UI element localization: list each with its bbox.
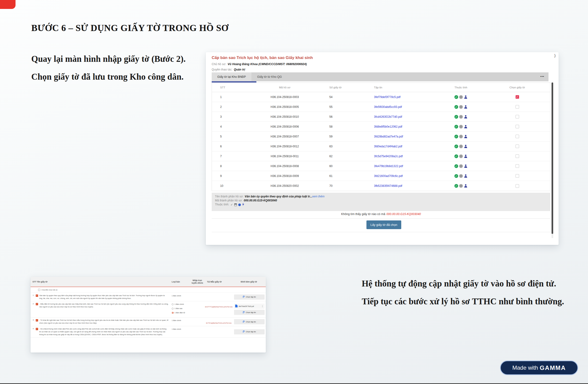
cell-chon-giay-to xyxy=(484,135,550,138)
file-link[interactable]: 3fe479b19b8d1322.pdf xyxy=(374,165,403,168)
paperclip-icon xyxy=(243,321,245,323)
radio-button[interactable] xyxy=(172,312,174,314)
verified-icon xyxy=(454,115,458,119)
row-checkbox[interactable] xyxy=(36,319,38,322)
globe-icon xyxy=(459,164,463,168)
file-link[interactable]: 3fd8e8f5b0e12062.pdf xyxy=(374,125,402,128)
cell-dinh-kem: Chọn tập tin xyxy=(233,319,266,325)
component-name-label: Tên thành phần hồ sơ: xyxy=(215,195,243,198)
form-template-link[interactable]: 18.DTTTCapBanSaoTrichLucHoTich.doc xyxy=(205,306,233,308)
cell-ten-giay-to: Văn bản ủy quyền theo quy định của pháp … xyxy=(36,294,172,300)
copy-type-label: 1 Bản chính xyxy=(172,328,181,330)
row-checkbox[interactable] xyxy=(516,154,519,158)
radio-button[interactable] xyxy=(172,303,174,305)
form-table-row: 2- Mẫu điện tử tương tác yêu cầu cấp bản… xyxy=(31,301,266,318)
row-checkbox[interactable] xyxy=(516,164,519,168)
file-name: 3fef79def3f778c5.pdf xyxy=(238,306,260,307)
globe-icon xyxy=(238,204,241,206)
col-so-giay-to: Số giấy tờ xyxy=(329,86,374,89)
row-checkbox[interactable] xyxy=(516,174,519,178)
col-tap-tin: Tập tin xyxy=(374,86,438,89)
file-link[interactable]: 3fb523835f474688.pdf xyxy=(374,184,402,188)
globe-icon xyxy=(459,115,463,119)
cell-tai-mau: 18.DTTTCapBanSaoTrichLucHoTich.doc xyxy=(205,303,233,316)
cell-tap-tin: 3fb523835f474688.pdf xyxy=(374,184,438,188)
row-checkbox[interactable] xyxy=(516,105,519,109)
get-selected-documents-button[interactable]: Lấy giấy tờ đã chọn xyxy=(366,220,401,229)
file-link[interactable]: 3fcd4263f22b77d0.pdf xyxy=(374,115,402,118)
cell-tap-tin: 3fd21600ad709c6c.pdf xyxy=(374,174,438,178)
cell-so-giay-to: 54 xyxy=(329,96,374,99)
select-all-row: Chọn/Bỏ chọn tất cả xyxy=(31,287,266,293)
person-icon xyxy=(464,115,468,119)
more-menu-icon[interactable]: ••• xyxy=(540,72,548,81)
cell-tai-mau xyxy=(205,294,233,300)
row-checkbox[interactable] xyxy=(516,135,519,138)
col-loai-ban: Loại bản xyxy=(172,281,190,283)
file-link[interactable]: 3fc5d75e94208a2c.pdf xyxy=(374,155,403,158)
right-text-block: Hệ thống tự động cập nhật giấy tờ vào hồ… xyxy=(362,278,569,308)
cell-chon-giay-to xyxy=(484,154,550,158)
col-chon-giay-to: Chọn giấy tờ xyxy=(484,86,550,89)
calendar-icon xyxy=(234,204,237,206)
divider xyxy=(212,232,550,232)
tab-kho-qg[interactable]: Giấy tờ từ Kho QG xyxy=(252,72,287,81)
paperclip-icon xyxy=(243,296,245,298)
form-template-link[interactable]: 18.TKCapBanSaoTrichLucHoTich.doc xyxy=(206,322,232,324)
chevron-right-icon[interactable]: ⟩ xyxy=(554,53,556,58)
cell-stt: 2 xyxy=(31,303,36,316)
paperclip-icon xyxy=(243,311,245,314)
slide: BƯỚC 6 – SỬ DỤNG GIẤY TỜ TRONG HỒ SƠ Qua… xyxy=(0,0,588,384)
cell-ten-giay-to: - Tờ khai đề nghị bản sao Trích lục hộ t… xyxy=(36,319,172,325)
form-table-row: 3- Tờ khai đề nghị bản sao Trích lục hộ … xyxy=(31,318,266,326)
row-checkbox[interactable] xyxy=(516,115,519,118)
flash-icon xyxy=(242,203,244,207)
cell-loai-ban: 1 Bản chính1 Bản sao1 Bản điện tử xyxy=(172,303,205,316)
cell-chon-giay-to xyxy=(484,145,550,148)
made-with-gamma-badge[interactable]: Made with GAMMA xyxy=(500,361,578,375)
choose-file-button[interactable]: Chọn tập tin xyxy=(234,319,265,324)
file-link[interactable]: 3fe5f830abd5cc93.pdf xyxy=(374,105,402,109)
cell-so-giay-to: 62 xyxy=(329,155,374,158)
row-checkbox[interactable] xyxy=(36,303,38,305)
cell-ma-ho-so: H36.104-250818-0009 xyxy=(240,174,329,178)
main-screenshot: Cấp bản sao Trích lục hộ tịch, bản sao G… xyxy=(206,52,559,245)
badge-prefix: Made with xyxy=(512,365,538,371)
see-more-link[interactable]: xem thêm xyxy=(312,195,325,198)
row-checkbox[interactable] xyxy=(36,328,38,330)
radio-button[interactable] xyxy=(172,308,174,309)
cell-loai-ban: 1 Bản chính xyxy=(172,319,205,325)
permission-row: Quyền thao tác:Quản trị xyxy=(212,68,245,71)
table-header-row: STT Mã hồ sơ Số giấy tờ Tập tin Thuộc tí… xyxy=(212,83,550,92)
attached-file-chip: 3fef79def3f778c5.pdf⋮ xyxy=(234,304,265,309)
choose-file-button[interactable]: Chọn tập tin xyxy=(234,310,265,315)
select-all-label: Chọn/Bỏ chọn tất cả xyxy=(42,289,57,291)
row-checkbox[interactable] xyxy=(516,95,519,99)
select-all-checkbox[interactable] xyxy=(38,289,40,291)
file-link[interactable]: 3fd0eda17d4f4ab2.pdf xyxy=(374,145,402,148)
file-link[interactable]: 3fd28bd82ad7e47a.pdf xyxy=(374,135,403,138)
person-icon xyxy=(464,125,468,129)
cell-chon-giay-to xyxy=(484,125,550,128)
file-link[interactable]: 3fef79def3f778c5.pdf xyxy=(374,96,400,99)
choose-file-button[interactable]: Chọn tập tin xyxy=(234,329,265,334)
col-ma-ho-so: Mã hồ sơ xyxy=(240,86,329,89)
tab-kho-bndp[interactable]: Giấy tờ tại Kho BNĐP xyxy=(212,72,252,81)
row-checkbox[interactable] xyxy=(36,294,38,297)
row-checkbox[interactable] xyxy=(516,184,519,188)
kebab-menu-icon[interactable]: ⋮ xyxy=(261,305,263,307)
cell-so-giay-to: 59 xyxy=(329,135,374,138)
scrollbar-thumb[interactable] xyxy=(551,82,553,234)
col-tai-mau: Tải Mẫu giấy tờ xyxy=(205,281,232,283)
cell-ma-ho-so: H36.104-250818-0005 xyxy=(240,105,329,109)
main-table-body: 1H36.104-250818-0003543fef79def3f778c5.p… xyxy=(212,92,550,191)
row-checkbox[interactable] xyxy=(516,125,519,128)
verified-icon xyxy=(454,135,458,138)
row-checkbox[interactable] xyxy=(516,145,519,148)
file-link[interactable]: 3fd21600ad709c6c.pdf xyxy=(374,174,403,178)
person-icon xyxy=(464,95,468,99)
cell-tap-tin: 3fd8e8f5b0e12062.pdf xyxy=(374,125,438,128)
choose-file-button[interactable]: Chọn tập tin xyxy=(234,294,265,300)
cell-so-giay-to: 56 xyxy=(329,115,374,118)
warning-code: 000.00.00.G15-KQ003040 xyxy=(386,212,421,216)
